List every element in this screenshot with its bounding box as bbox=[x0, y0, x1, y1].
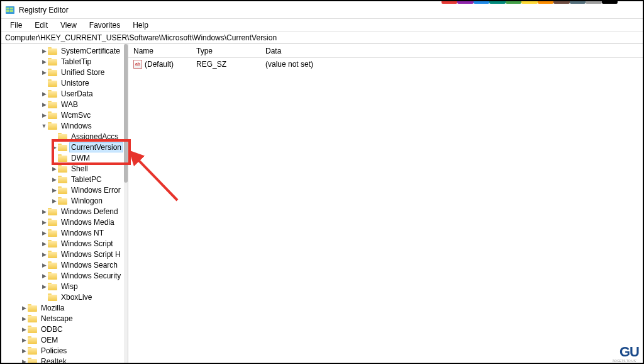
tree-scrollbar-thumb[interactable] bbox=[124, 44, 128, 183]
folder-icon bbox=[48, 251, 57, 258]
tree-item[interactable]: ▼Windows bbox=[1, 120, 128, 131]
folder-icon bbox=[48, 283, 57, 290]
tree-item[interactable]: ▶OEM bbox=[1, 334, 128, 345]
chevron-right-icon[interactable]: ▶ bbox=[50, 187, 58, 193]
chevron-right-icon[interactable]: ▶ bbox=[50, 176, 58, 183]
value-row[interactable]: ab(Default)REG_SZ(value not set) bbox=[128, 58, 643, 71]
folder-icon bbox=[28, 315, 37, 322]
tree-item[interactable]: ▶Windows Search bbox=[1, 259, 128, 270]
tree-item[interactable]: ▶ODBC bbox=[1, 324, 128, 334]
chevron-right-icon[interactable]: ▶ bbox=[40, 59, 48, 65]
chevron-right-icon[interactable]: ▶ bbox=[50, 166, 58, 172]
column-name[interactable]: Name bbox=[128, 47, 191, 55]
tree-item[interactable]: ▶Windows Defend bbox=[1, 206, 128, 217]
menu-file[interactable]: File bbox=[5, 20, 27, 31]
tree-item-label: Mozilla bbox=[40, 304, 65, 312]
tree-item[interactable]: ▶Policies bbox=[1, 345, 128, 356]
folder-icon bbox=[48, 101, 57, 108]
tree-item-label: Windows Script bbox=[60, 239, 114, 248]
value-data: (value not set) bbox=[260, 60, 643, 69]
chevron-right-icon[interactable]: ▶ bbox=[40, 101, 48, 108]
column-type[interactable]: Type bbox=[191, 47, 260, 55]
menu-edit[interactable]: Edit bbox=[30, 20, 53, 31]
tree-item-label: Windows bbox=[60, 122, 93, 130]
tree-item-label: Windows Security bbox=[60, 271, 122, 280]
tree-item[interactable]: ▶Mozilla bbox=[1, 302, 128, 313]
chevron-right-icon[interactable]: ▶ bbox=[20, 358, 28, 363]
folder-icon bbox=[48, 111, 57, 119]
values-pane[interactable]: Name Type Data ab(Default)REG_SZ(value n… bbox=[128, 44, 643, 363]
tree-item[interactable]: ▶Unified Store bbox=[1, 67, 128, 77]
tree-pane[interactable]: ▶SystemCertificate▶TabletTip▶Unified Sto… bbox=[1, 44, 128, 363]
address-bar[interactable]: Computer\HKEY_CURRENT_USER\Software\Micr… bbox=[1, 31, 643, 44]
tree-item-label: TabletPC bbox=[70, 175, 103, 184]
tree-item[interactable]: ▶TabletTip bbox=[1, 56, 128, 67]
value-type: REG_SZ bbox=[191, 60, 260, 69]
tree-item-label: AssignedAccs bbox=[70, 132, 119, 141]
chevron-right-icon[interactable]: ▶ bbox=[40, 112, 48, 118]
chevron-right-icon[interactable]: ▶ bbox=[20, 326, 28, 333]
tree-item[interactable]: ▶Windows Media bbox=[1, 217, 128, 227]
chevron-right-icon[interactable]: ▶ bbox=[40, 251, 48, 258]
folder-icon bbox=[58, 186, 67, 194]
tree-item[interactable]: ▶Windows Error bbox=[1, 185, 128, 195]
tree-item-label: UserData bbox=[60, 89, 94, 98]
chevron-right-icon[interactable]: ▶ bbox=[40, 241, 48, 247]
tree-item-label: Shell bbox=[70, 164, 89, 173]
tree-item[interactable]: ▶AssignedAccs bbox=[1, 131, 128, 142]
chevron-right-icon[interactable]: ▶ bbox=[40, 283, 48, 290]
tree-scrollbar[interactable] bbox=[124, 44, 128, 363]
chevron-right-icon[interactable]: ▶ bbox=[20, 337, 28, 343]
tree-item[interactable]: ▶Netscape bbox=[1, 313, 128, 324]
folder-icon bbox=[58, 133, 67, 140]
chevron-right-icon[interactable]: ▶ bbox=[40, 48, 48, 54]
tree-item[interactable]: ▶Windows Security bbox=[1, 270, 128, 281]
tree-item[interactable]: ▶Windows Script H bbox=[1, 249, 128, 259]
chevron-right-icon[interactable]: ▶ bbox=[40, 208, 48, 215]
tree-item[interactable]: ▶TabletPC bbox=[1, 174, 128, 185]
folder-icon bbox=[58, 197, 67, 205]
tree-item-label: Windows Script H bbox=[60, 250, 122, 259]
menu-favorites[interactable]: Favorites bbox=[84, 20, 125, 31]
tree-item[interactable]: ▶SystemCertificate bbox=[1, 45, 128, 56]
folder-icon bbox=[48, 58, 57, 65]
title-bar: Registry Editor bbox=[1, 1, 643, 19]
tree-item[interactable]: ▶UserData bbox=[1, 88, 128, 99]
tree-item[interactable]: ▶WcmSvc bbox=[1, 110, 128, 120]
tree-item[interactable]: ▶Wisp bbox=[1, 281, 128, 292]
tree-item-label: Windows Defend bbox=[60, 207, 119, 216]
chevron-right-icon[interactable]: ▶ bbox=[40, 69, 48, 76]
chevron-right-icon[interactable]: ▶ bbox=[20, 305, 28, 311]
tree-item[interactable]: ▶Windows Script bbox=[1, 238, 128, 249]
chevron-right-icon[interactable]: ▶ bbox=[40, 91, 48, 97]
menu-view[interactable]: View bbox=[55, 20, 82, 31]
menu-help[interactable]: Help bbox=[128, 20, 153, 31]
chevron-right-icon[interactable]: ▶ bbox=[40, 273, 48, 279]
values-header: Name Type Data bbox=[128, 44, 643, 58]
tree-item-label: Unified Store bbox=[60, 68, 106, 77]
chevron-down-icon[interactable]: ▼ bbox=[40, 123, 48, 129]
column-data[interactable]: Data bbox=[260, 47, 643, 55]
tree-item[interactable]: ▶Winlogon bbox=[1, 195, 128, 206]
tree-item[interactable]: ▶DWM bbox=[1, 152, 128, 163]
tree-item[interactable]: ▶Shell bbox=[1, 163, 128, 174]
chevron-right-icon[interactable]: ▶ bbox=[50, 144, 58, 151]
folder-icon bbox=[28, 304, 37, 312]
tree-item[interactable]: ▶WAB bbox=[1, 99, 128, 110]
chevron-right-icon[interactable]: ▶ bbox=[40, 262, 48, 268]
tree-item-label: Winlogon bbox=[70, 196, 104, 205]
chevron-right-icon[interactable]: ▶ bbox=[50, 198, 58, 204]
folder-icon bbox=[28, 358, 37, 363]
chevron-right-icon: ▶ bbox=[40, 294, 48, 300]
folder-icon bbox=[28, 336, 37, 344]
chevron-right-icon[interactable]: ▶ bbox=[20, 316, 28, 322]
tree-item[interactable]: ▶Windows NT bbox=[1, 227, 128, 238]
tree-item[interactable]: ▶Unistore bbox=[1, 77, 128, 88]
tree-item[interactable]: ▶XboxLive bbox=[1, 292, 128, 302]
chevron-right-icon[interactable]: ▶ bbox=[20, 348, 28, 354]
chevron-right-icon[interactable]: ▶ bbox=[40, 230, 48, 236]
tree-item-label: DWM bbox=[70, 154, 91, 162]
tree-item[interactable]: ▶Realtek bbox=[1, 356, 128, 363]
tree-item[interactable]: ▶CurrentVersion bbox=[1, 142, 128, 152]
chevron-right-icon[interactable]: ▶ bbox=[40, 219, 48, 225]
